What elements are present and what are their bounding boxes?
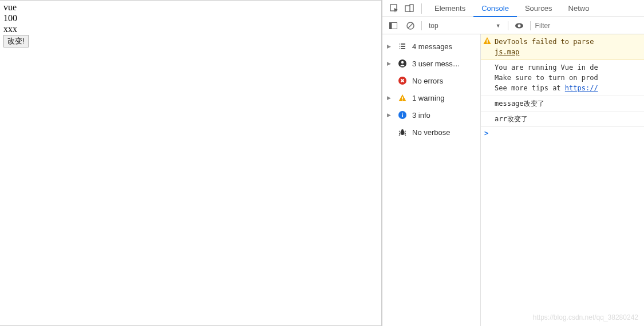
- context-label: top: [429, 22, 438, 30]
- page-text-line-2: 100: [3, 13, 378, 23]
- sidebar-item-errors[interactable]: No errors: [382, 72, 480, 89]
- change-button[interactable]: 改变!: [3, 35, 29, 47]
- sidebar-item-label: 4 messages: [412, 42, 452, 51]
- tab-console[interactable]: Console: [473, 0, 517, 17]
- svg-rect-15: [402, 114, 403, 117]
- page-text-line-1: vue: [3, 2, 378, 13]
- console-body: ▶ 4 messages ▶ 3 user mess… No errors: [382, 34, 644, 326]
- filter-input[interactable]: [535, 22, 570, 30]
- console-log-row[interactable]: You are running Vue in de Make sure to t…: [481, 60, 644, 96]
- vue-tips-link[interactable]: https://: [565, 84, 598, 92]
- svg-rect-12: [402, 97, 403, 99]
- console-prompt[interactable]: >: [481, 127, 644, 140]
- bug-icon: [397, 127, 408, 137]
- expand-icon: ▶: [387, 112, 393, 118]
- console-text: Make sure to turn on prod: [495, 74, 598, 82]
- info-icon: [397, 110, 408, 120]
- console-text: DevTools failed to parse: [495, 38, 594, 46]
- svg-line-6: [408, 23, 413, 28]
- sidebar-item-label: No errors: [412, 77, 443, 85]
- sidebar-item-label: No verbose: [412, 128, 450, 137]
- list-icon: [397, 41, 408, 51]
- inspect-element-icon[interactable]: [387, 1, 402, 16]
- watermark: https://blog.csdn.net/qq_38280242: [533, 313, 638, 321]
- separator: [421, 21, 422, 30]
- console-text: You are running Vue in de: [495, 63, 598, 71]
- user-icon: [397, 58, 408, 69]
- device-toolbar-icon[interactable]: [402, 1, 417, 16]
- sidebar-item-info[interactable]: ▶ 3 info: [382, 106, 480, 124]
- sidebar-item-user-messages[interactable]: ▶ 3 user mess…: [382, 55, 480, 72]
- svg-point-10: [401, 61, 404, 63]
- expand-icon: ▶: [387, 61, 393, 66]
- sidebar-item-warnings[interactable]: ▶ 1 warning: [382, 89, 480, 106]
- sidebar-item-label: 1 warning: [412, 94, 444, 102]
- console-text: See more tips at: [495, 84, 565, 92]
- console-toolbar: top ▼: [382, 17, 644, 34]
- sidebar-item-label: 3 info: [412, 111, 430, 120]
- error-icon: [397, 75, 408, 86]
- clear-console-icon[interactable]: [404, 19, 417, 32]
- sourcemap-link[interactable]: js.map: [495, 48, 519, 56]
- console-warning-row[interactable]: DevTools failed to parse js.map: [481, 34, 644, 60]
- tab-elements[interactable]: Elements: [426, 0, 473, 17]
- svg-rect-19: [487, 39, 488, 42]
- context-selector[interactable]: top ▼: [426, 22, 503, 30]
- separator: [421, 3, 422, 14]
- separator: [508, 21, 508, 30]
- page-viewport: vue 100 xxx 改变!: [0, 0, 382, 326]
- toggle-sidebar-icon[interactable]: [387, 19, 400, 32]
- live-expression-icon[interactable]: [513, 19, 526, 32]
- svg-rect-20: [487, 42, 488, 43]
- prompt-chevron-icon: >: [484, 129, 488, 137]
- devtools-tabbar: Elements Console Sources Netwo: [382, 0, 644, 17]
- tab-sources[interactable]: Sources: [517, 0, 560, 17]
- chevron-down-icon: ▼: [496, 23, 501, 29]
- svg-rect-2: [410, 5, 413, 11]
- expand-icon: ▶: [387, 95, 393, 101]
- svg-rect-4: [390, 22, 392, 29]
- sidebar-item-messages[interactable]: ▶ 4 messages: [382, 38, 480, 55]
- page-text-line-3: xxx: [3, 23, 378, 34]
- svg-rect-16: [402, 113, 403, 114]
- console-text: arr改变了: [495, 115, 528, 123]
- warning-icon: [483, 37, 491, 45]
- devtools-panel: Elements Console Sources Netwo top ▼ ▶: [382, 0, 644, 326]
- console-log-row[interactable]: message改变了: [481, 96, 644, 112]
- console-sidebar: ▶ 4 messages ▶ 3 user mess… No errors: [382, 34, 481, 326]
- expand-icon: ▶: [387, 43, 393, 49]
- sidebar-item-label: 3 user mess…: [412, 59, 460, 68]
- svg-point-18: [401, 129, 404, 132]
- separator: [530, 21, 531, 30]
- sidebar-item-verbose[interactable]: No verbose: [382, 124, 480, 141]
- console-output: DevTools failed to parse js.map You are …: [481, 34, 644, 326]
- tab-network[interactable]: Netwo: [560, 0, 598, 17]
- svg-point-8: [517, 24, 520, 27]
- svg-rect-13: [402, 100, 403, 101]
- console-log-row[interactable]: arr改变了: [481, 112, 644, 127]
- console-text: message改变了: [495, 100, 544, 108]
- warning-icon: [397, 93, 408, 103]
